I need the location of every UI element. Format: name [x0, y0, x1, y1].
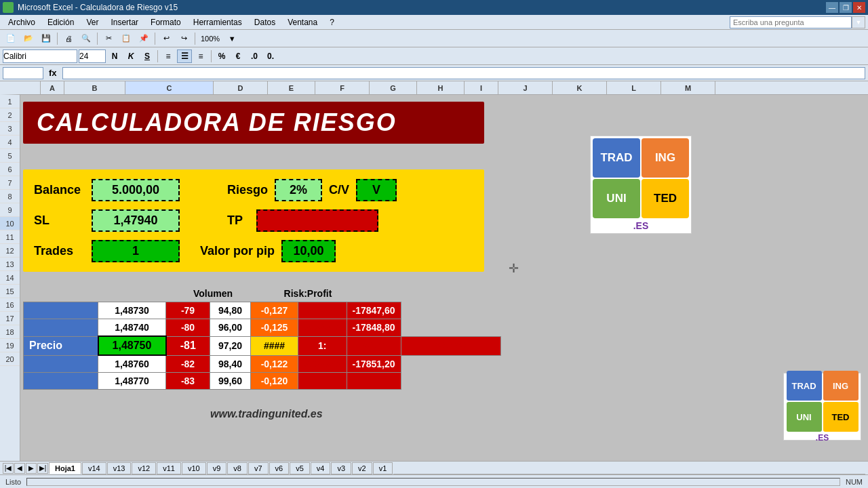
undo-button[interactable]: ↩: [158, 31, 174, 46]
table-row: 1,48740 -80 96,00 -0,125 ####### -17848,…: [24, 319, 501, 337]
row-15: 15: [0, 285, 20, 298]
row2-rp: #######: [298, 319, 347, 337]
zoom-dropdown[interactable]: ▼: [224, 31, 240, 46]
italic-button[interactable]: K: [123, 49, 138, 63]
align-right-button[interactable]: ≡: [193, 49, 208, 63]
tab-first-button[interactable]: |◀: [3, 463, 14, 474]
menu-datos[interactable]: Datos: [249, 16, 281, 28]
sheet-tab-v5[interactable]: v5: [290, 462, 310, 474]
menu-ventana[interactable]: Ventana: [282, 16, 323, 28]
row3-rp: 1:: [298, 336, 347, 355]
menu-help[interactable]: ?: [324, 16, 340, 28]
cursor-cross: ✛: [509, 261, 519, 276]
menu-herramientas[interactable]: Herramientas: [188, 16, 248, 28]
menu-ver[interactable]: Ver: [81, 16, 104, 28]
increase-decimal-button[interactable]: .0: [247, 49, 262, 63]
open-button[interactable]: 📂: [20, 31, 37, 46]
sheet-tab-v8[interactable]: v8: [227, 462, 248, 474]
balance-field[interactable]: 5.000,00: [92, 179, 180, 201]
menu-archivo[interactable]: Archivo: [3, 16, 41, 28]
row4-vol1: 98,40: [210, 355, 251, 373]
row-16: 16: [0, 298, 20, 312]
save-button[interactable]: 💾: [38, 31, 54, 46]
row5-num: [347, 373, 401, 390]
tab-prev-button[interactable]: ◀: [14, 463, 25, 474]
row-number-header: [20, 81, 41, 94]
bold-button[interactable]: N: [107, 49, 122, 63]
tab-next-button[interactable]: ▶: [26, 463, 37, 474]
tp-label: TP: [227, 214, 243, 228]
window-title: Microsoft Excel - Calculadora de Riesgo …: [18, 3, 178, 12]
cut-button[interactable]: ✂: [100, 31, 117, 46]
sheet-tab-v14[interactable]: v14: [82, 462, 106, 474]
preview-button[interactable]: 🔍: [78, 31, 94, 46]
print-button[interactable]: 🖨: [60, 31, 77, 46]
col-header-h: H: [417, 81, 465, 94]
separator5: [157, 50, 158, 62]
row5-vol2: -0,120: [251, 373, 298, 390]
close-button[interactable]: ✕: [853, 2, 865, 13]
sheet-tab-v3[interactable]: v3: [331, 462, 351, 474]
align-left-button[interactable]: ≡: [161, 49, 176, 63]
new-button[interactable]: 📄: [3, 31, 19, 46]
sl-label: SL: [34, 214, 85, 228]
redo-button[interactable]: ↪: [176, 31, 192, 46]
data-table-container: 1,48730 -79 94,80 -0,127 ###### -17847,6…: [23, 302, 501, 390]
paste-button[interactable]: 📌: [136, 31, 152, 46]
data-table: 1,48730 -79 94,80 -0,127 ###### -17847,6…: [23, 302, 501, 390]
row4-rp: #######: [298, 355, 347, 373]
underline-button[interactable]: S: [140, 49, 155, 63]
font-family-input[interactable]: [3, 49, 77, 63]
separator6: [211, 50, 212, 62]
sheet-tab-v13[interactable]: v13: [107, 462, 132, 474]
tp-field[interactable]: [256, 209, 378, 232]
status-num: NUM: [846, 478, 863, 486]
restore-button[interactable]: ❐: [840, 2, 852, 13]
sheet-tab-v4[interactable]: v4: [311, 462, 331, 474]
formula-icon: fx: [46, 68, 60, 78]
row5-pips: -83: [166, 373, 210, 390]
sheet-tab-v7[interactable]: v7: [248, 462, 269, 474]
trades-field[interactable]: 1: [92, 240, 180, 262]
valor-pip-field[interactable]: 10,00: [281, 240, 336, 262]
small-logo: TRAD ING UNI TED .ES: [783, 373, 861, 441]
sheet-tab-v2[interactable]: v2: [352, 462, 372, 474]
menu-formato[interactable]: Formato: [145, 16, 186, 28]
horizontal-scrollbar[interactable]: [26, 478, 840, 486]
input-row-1: Balance 5.000,00 Riesgo 2% C/V V: [34, 179, 473, 201]
col-header-i: I: [465, 81, 498, 94]
balance-label: Balance: [34, 183, 85, 197]
sheet-tab-v12[interactable]: v12: [132, 462, 156, 474]
status-text: Listo: [5, 478, 21, 486]
minimize-button[interactable]: —: [826, 2, 838, 13]
main-toolbar: 📄 📂 💾 🖨 🔍 ✂ 📋 📌 ↩ ↪ 100% ▼: [0, 30, 868, 47]
decrease-decimal-button[interactable]: 0.: [263, 49, 278, 63]
sl-field[interactable]: 1,47940: [92, 209, 180, 232]
align-center-button[interactable]: ☰: [177, 49, 192, 63]
col-header-a: A: [41, 81, 64, 94]
sheet-tab-v11[interactable]: v11: [157, 462, 181, 474]
sheet-tab-hoja1[interactable]: Hoja1: [49, 462, 81, 474]
sheet-tab-v9[interactable]: v9: [207, 462, 227, 474]
sheet-tab-v1[interactable]: v1: [373, 462, 393, 474]
sheet-tab-v10[interactable]: v10: [182, 462, 206, 474]
formula-input[interactable]: 1,4794: [62, 67, 865, 79]
cell-reference-input[interactable]: C10: [3, 67, 43, 79]
sheet-tab-empty: [393, 462, 865, 474]
search-button[interactable]: ▼: [852, 16, 865, 28]
font-size-input[interactable]: [79, 49, 106, 63]
cv-field[interactable]: V: [356, 179, 397, 201]
search-input[interactable]: [730, 16, 852, 28]
sheet-tab-v6[interactable]: v6: [269, 462, 290, 474]
row2-num: -17848,80: [347, 319, 401, 337]
riesgo-field[interactable]: 2%: [275, 179, 322, 201]
menu-insertar[interactable]: Insertar: [105, 16, 144, 28]
copy-button[interactable]: 📋: [118, 31, 134, 46]
tab-last-button[interactable]: ▶|: [37, 463, 48, 474]
menu-edicion[interactable]: Edición: [42, 16, 79, 28]
percent-button[interactable]: %: [214, 49, 229, 63]
small-logo-ted: TED: [823, 402, 859, 432]
currency-button[interactable]: €: [231, 49, 245, 63]
row5-rp: [298, 373, 347, 390]
logo-suffix: .ES: [633, 220, 649, 231]
